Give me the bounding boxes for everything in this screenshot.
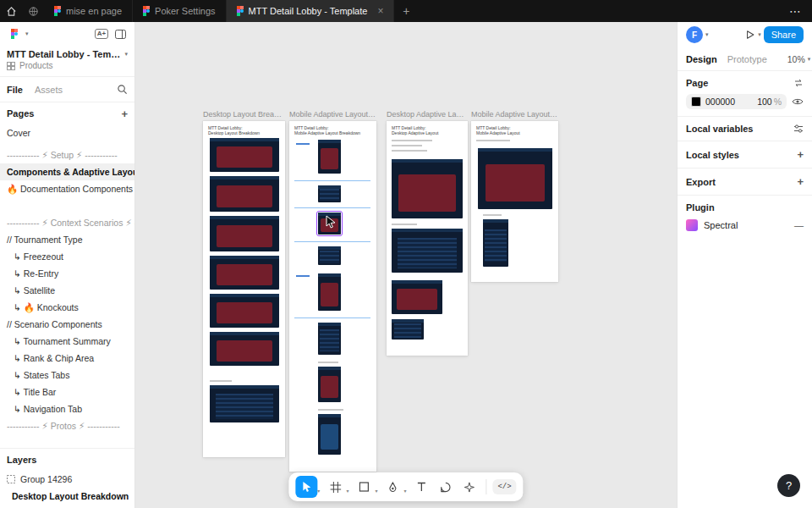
page-item-label: ----------- ⚡ Protos ⚡ -----------: [7, 421, 120, 431]
close-tab-icon[interactable]: ×: [377, 6, 383, 16]
layer-item-frame[interactable]: Desktop Layout Breakdown: [0, 488, 134, 505]
tab-mise-en-page[interactable]: mise en page: [44, 0, 133, 22]
mockup-screenshot: [210, 216, 279, 251]
a-plus-icon[interactable]: A+: [94, 26, 109, 41]
frame-desktop-adaptive-layout[interactable]: MTT Detail Lobby: Desktop Adaptive Layou…: [387, 121, 468, 356]
page-item-title-bar[interactable]: ↳ Title Bar: [0, 384, 134, 400]
page-item-label: Components & Adaptive Layout: [7, 167, 134, 177]
move-tool[interactable]: [295, 476, 317, 498]
chevron-down-icon[interactable]: ▾: [346, 488, 348, 494]
help-button[interactable]: ?: [777, 474, 800, 497]
opacity-field[interactable]: 100 %: [757, 97, 782, 107]
frame-label-desktop-adaptive-layout[interactable]: Desktop Adaptive Layou...: [387, 110, 468, 119]
mockup-screenshot: [392, 319, 424, 340]
mockup-screenshot: [392, 280, 442, 314]
tiny-label-line: [476, 140, 510, 141]
main-menu-button[interactable]: [7, 26, 22, 41]
color-hex-value[interactable]: 000000: [705, 97, 753, 107]
page-item-scenario-components[interactable]: // Scenario Components: [0, 316, 134, 333]
page-item-re-entry[interactable]: ↳ Re-Entry: [0, 265, 134, 282]
shape-tool[interactable]: [353, 476, 375, 498]
page-item-tournament-type[interactable]: // Tournament Type: [0, 231, 134, 248]
canvas-toolbar: ▾ ▾ ▾ ▾ </>: [288, 472, 523, 501]
page-item-navigation-tab[interactable]: ↳ Navigation Tab: [0, 400, 134, 417]
mockup-screenshot: [392, 229, 463, 273]
page-settings-icon[interactable]: [793, 78, 804, 88]
chevron-down-icon[interactable]: ▾: [705, 31, 709, 38]
comment-tool[interactable]: [434, 476, 456, 498]
present-button[interactable]: [745, 30, 755, 40]
chevron-down-icon[interactable]: ▾: [403, 488, 406, 494]
layers-section: Layers Group 14296 Desktop Layout Breakd…: [0, 448, 134, 508]
add-page-icon[interactable]: +: [121, 108, 128, 120]
frame-desktop-layout-breakdown[interactable]: MTT Detail Lobby: Desktop Layout Breakdo…: [203, 121, 285, 457]
window-menu-icon[interactable]: ⋯: [789, 0, 812, 22]
page-item-label: ↳ Navigation Tab: [14, 404, 82, 414]
remove-plugin-icon[interactable]: —: [794, 220, 804, 230]
page-item-components-adaptive-layout[interactable]: Components & Adaptive Layout: [0, 163, 134, 180]
add-style-icon[interactable]: +: [797, 148, 804, 161]
home-icon[interactable]: [0, 0, 22, 22]
pages-header: Pages +: [0, 102, 134, 124]
page-item-separator-context-scenarios[interactable]: ----------- ⚡ Context Scenarios ⚡ --...: [0, 214, 134, 231]
avatar[interactable]: F: [686, 26, 703, 43]
mockup-screenshot: [318, 185, 341, 202]
project-row[interactable]: Products: [0, 59, 134, 77]
tab-design[interactable]: Design: [686, 54, 717, 64]
page-item-states-tabs[interactable]: ↳ States Tabs: [0, 367, 134, 384]
canvas[interactable]: Desktop Layout Breakdo... Mobile Adaptiv…: [135, 22, 677, 508]
tab-prototype[interactable]: Prototype: [727, 54, 767, 64]
local-styles-label: Local styles: [686, 150, 739, 160]
page-item-label: // Tournament Type: [7, 235, 83, 245]
new-tab-button[interactable]: +: [394, 0, 418, 22]
layout-panel-icon[interactable]: [112, 26, 128, 41]
visibility-eye-icon[interactable]: [792, 97, 804, 106]
tab-poker-settings[interactable]: Poker Settings: [133, 0, 227, 22]
page-item-freezeout[interactable]: ↳ Freezeout: [0, 248, 134, 265]
page-item-separator-setup[interactable]: ----------- ⚡ Setup ⚡ -----------: [0, 146, 134, 163]
page-item-satellite[interactable]: ↳ Satellite: [0, 282, 134, 299]
add-export-icon[interactable]: +: [797, 175, 804, 188]
frame-tool[interactable]: [324, 476, 346, 498]
search-icon[interactable]: [117, 84, 128, 95]
variables-icon[interactable]: [793, 124, 804, 134]
page-item-knockouts[interactable]: ↳ 🔥 Knockouts: [0, 299, 134, 316]
frame-label-desktop-layout-breakdown[interactable]: Desktop Layout Breakdo...: [203, 110, 285, 119]
tiny-label-line: [392, 140, 432, 141]
actions-tool[interactable]: [458, 476, 480, 498]
mockup-screenshot: [210, 176, 279, 212]
document-title-row[interactable]: MTT Detail Lobby - Template ▾: [0, 46, 134, 59]
pen-tool[interactable]: [381, 476, 403, 498]
export-label: Export: [686, 177, 716, 187]
page-item-cover[interactable]: Cover: [0, 124, 134, 141]
share-button[interactable]: Share: [764, 26, 804, 43]
page-item-label: ↳ Title Bar: [14, 387, 56, 397]
page-item-separator-protos[interactable]: ----------- ⚡ Protos ⚡ -----------: [0, 417, 134, 434]
plugin-row[interactable]: Spectral —: [686, 219, 804, 231]
page-color-field[interactable]: 000000 100 %: [686, 94, 787, 109]
frame-mobile-adaptive-layout[interactable]: MTT Detail Lobby: Mobile Adaptive Layout: [471, 121, 558, 282]
frame-label-mobile-adaptive-breakdown[interactable]: Mobile Adaptive Layout Br...: [289, 110, 376, 119]
frame-label-mobile-adaptive-layout[interactable]: Mobile Adaptive Layout Br...: [471, 110, 558, 119]
tab-file[interactable]: File: [7, 85, 23, 95]
chevron-down-icon[interactable]: ▾: [758, 31, 761, 38]
text-tool[interactable]: [410, 476, 432, 498]
zoom-menu[interactable]: 10% ▾: [787, 54, 811, 64]
page-item-label: // Scenario Components: [7, 319, 102, 329]
layers-header-label: Layers: [7, 455, 36, 465]
chevron-down-icon[interactable]: ▾: [375, 488, 377, 494]
layer-item-group[interactable]: Group 14296: [0, 471, 134, 488]
page-item-label: ↳ States Tabs: [14, 370, 69, 380]
frame-mobile-adaptive-breakdown[interactable]: MTT Detail Lobby: Mobile Adaptive Layout…: [289, 121, 376, 472]
tab-mtt-detail-lobby[interactable]: MTT Detail Lobby - Template ×: [227, 0, 395, 22]
tab-assets[interactable]: Assets: [35, 85, 63, 95]
color-swatch[interactable]: [691, 97, 701, 107]
page-item-documentation-components[interactable]: 🔥 Documentation Components (temp...: [0, 180, 134, 197]
sidebar-tabs: File Assets: [0, 77, 134, 102]
dev-mode-toggle[interactable]: </>: [492, 479, 516, 494]
page-item-rank-chip-area[interactable]: ↳ Rank & Chip Area: [0, 350, 134, 367]
page-item-tournament-summary[interactable]: ↳ Tournament Summary: [0, 333, 134, 350]
chevron-down-icon[interactable]: ▾: [317, 488, 320, 494]
export-section: Export +: [678, 168, 812, 196]
globe-icon[interactable]: [22, 0, 44, 22]
